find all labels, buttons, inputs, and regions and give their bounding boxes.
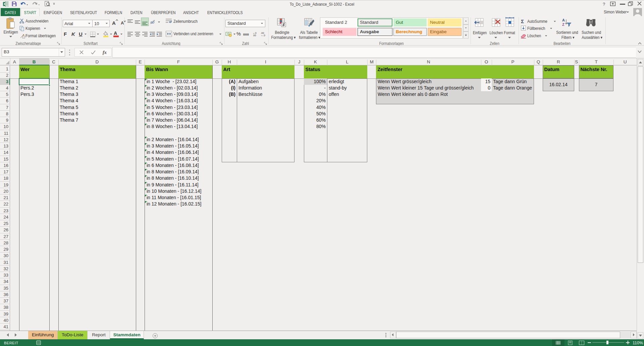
svg-text:ab: ab (150, 20, 154, 24)
svg-text:X: X (3, 2, 6, 6)
svg-text:Z: Z (562, 22, 565, 26)
svg-text:00: 00 (253, 34, 256, 37)
svg-text:→.0: →.0 (261, 34, 265, 37)
svg-text:A: A (562, 18, 565, 22)
